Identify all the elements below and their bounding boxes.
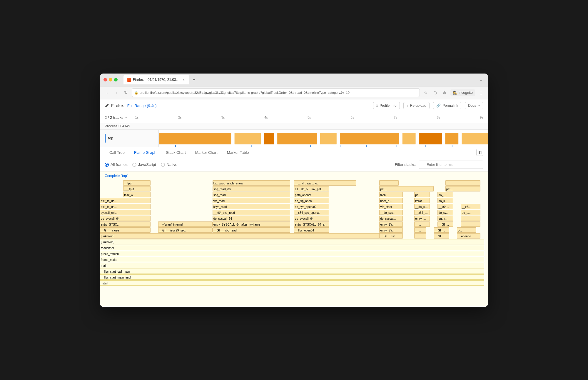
flame-bar[interactable] (461, 216, 480, 221)
forward-button[interactable]: › (113, 89, 120, 96)
flame-bar[interactable]: __do_sys... (414, 204, 430, 209)
flame-bar[interactable]: __GI_... (434, 227, 449, 233)
flame-bar[interactable]: iterat... (414, 198, 430, 203)
flame-bar[interactable]: do_syscall_64 (294, 216, 329, 221)
flame-bar[interactable]: __x64_sy... (414, 210, 430, 215)
flame-bar[interactable]: __... (414, 233, 426, 239)
flame-bar[interactable]: main (100, 263, 484, 268)
flame-bar[interactable]: [unknown] (100, 239, 484, 244)
docs-button[interactable]: Docs ↗ (465, 102, 483, 109)
flame-bar[interactable]: __... (414, 227, 426, 233)
tab-flame-graph[interactable]: Flame Graph (129, 147, 161, 158)
back-button[interactable]: ‹ (103, 89, 111, 96)
flame-canvas[interactable]: __fput kv... proc_single_snow __... vf..… (100, 180, 488, 307)
flame-bar[interactable]: do_s... (437, 198, 453, 203)
flame-section-title[interactable]: Complete "top" (100, 171, 488, 180)
flame-bar[interactable]: __libc_start_main_impl (100, 274, 484, 280)
flame-bar[interactable]: user_p... (379, 198, 402, 203)
flame-bar[interactable] (379, 180, 399, 186)
reupload-button[interactable]: ↑ Re-upload (403, 102, 430, 109)
bookmark-button[interactable]: ☆ (422, 89, 429, 96)
flame-bar[interactable]: do_syscall_64 (213, 216, 290, 221)
flame-bar[interactable]: entry_SYSCALL_64_after_hwframe (294, 221, 329, 227)
tab-marker-table[interactable]: Marker Table (222, 147, 254, 158)
profile-info-button[interactable]: ℹ Profile Info (373, 102, 400, 109)
flame-bar[interactable]: __do_sys... (379, 210, 402, 215)
flame-bar[interactable]: entry_SYSCALL_64_after_hwframe (213, 221, 290, 227)
flame-bar[interactable]: path_openat (294, 192, 329, 197)
flame-bar[interactable]: ___fput (123, 186, 150, 191)
flame-bar[interactable] (445, 180, 480, 186)
minimize-button[interactable] (109, 78, 112, 81)
track-content[interactable] (159, 130, 488, 147)
flame-bar[interactable]: o... (457, 227, 476, 233)
tab-marker-chart[interactable]: Marker Chart (191, 147, 222, 158)
flame-bar[interactable]: vfs_statx (379, 204, 402, 209)
flame-bar[interactable]: __GI___close (100, 227, 151, 233)
flame-bar[interactable]: __GI_... (437, 221, 453, 227)
flame-bar[interactable]: exit_to_us... (100, 198, 151, 203)
flame-bar[interactable]: seq_read (213, 192, 290, 197)
flame-bar[interactable]: __libc_open64 (294, 227, 329, 233)
sidebar-toggle[interactable]: ◧ (476, 149, 483, 156)
flame-bar[interactable]: __libc_start_call_main (100, 269, 484, 274)
tab-call-tree[interactable]: Call Tree (105, 147, 129, 158)
tab-stack-chart[interactable]: Stack Chart (161, 147, 191, 158)
flame-bar[interactable]: entry_SYSC... (100, 221, 151, 227)
flame-bar[interactable]: pat... (445, 186, 480, 191)
tab-overflow-button[interactable]: ⌄ (477, 76, 485, 83)
flame-bar[interactable]: __x64_sys_read (213, 210, 290, 215)
flame-bar[interactable]: do_sys_openat2 (294, 204, 329, 209)
flame-bar[interactable]: do_syscall_64 (100, 216, 151, 221)
flame-bar[interactable]: ksys_read (213, 204, 290, 209)
close-button[interactable] (103, 78, 107, 81)
flame-bar[interactable]: do_... (437, 192, 453, 197)
radio-native[interactable]: Native (161, 162, 178, 167)
flame-bar[interactable]: pat... (379, 186, 434, 191)
zoom-button[interactable]: ⊕ (441, 89, 448, 96)
radio-all-frames[interactable]: All frames (105, 162, 128, 167)
flame-bar[interactable]: __vfscanf_internal (158, 221, 213, 227)
flame-bar[interactable]: seq_read_iter (213, 186, 290, 191)
flame-bar[interactable]: pr... (414, 192, 430, 197)
flame-bar[interactable]: __GI___isoc99_ssc... (158, 227, 213, 233)
flame-bar[interactable]: procs_refresh (100, 251, 484, 256)
permalink-button[interactable]: 🔗 Permalink (433, 102, 461, 109)
tab-close-button[interactable]: × (182, 78, 186, 82)
new-tab-button[interactable]: + (191, 76, 198, 83)
flame-bar[interactable]: entry_SY... (379, 227, 402, 233)
flame-bar[interactable]: do_sy... (437, 210, 453, 215)
tracks-dropdown[interactable]: 2 / 2 tracks ▾ (105, 115, 127, 120)
flame-bar[interactable]: __fput (123, 180, 150, 186)
flame-bar[interactable]: do_s... (461, 210, 480, 215)
flame-bar[interactable]: entry_... (414, 216, 430, 221)
flame-bar[interactable]: frame_make (100, 257, 484, 262)
flame-bar[interactable]: do_syscal... (379, 216, 402, 221)
flame-bar[interactable]: __x6... (461, 204, 480, 209)
flame-bar[interactable]: __GI_... (434, 233, 449, 239)
flame-bar[interactable]: do_filp_open (294, 198, 329, 203)
flame-bar[interactable]: readeither (100, 245, 484, 250)
range-label[interactable]: Full Range (9.4s) (127, 104, 157, 108)
flame-bar[interactable]: task_w... (123, 192, 150, 197)
flame-bar[interactable]: __x64_sys_openat (294, 210, 329, 215)
flame-bar[interactable]: kv... proc_single_snow (213, 180, 290, 186)
flame-bar[interactable]: entry_SY... (379, 221, 402, 227)
url-bar[interactable]: 🔒 profiler.firefox.com/public/zkxsyvepdr… (132, 88, 420, 97)
filter-input[interactable] (419, 161, 483, 169)
flame-bar[interactable] (461, 221, 480, 227)
radio-javascript[interactable]: JavaScript (132, 162, 156, 167)
flame-bar[interactable]: __... (414, 221, 430, 227)
maximize-button[interactable] (114, 78, 118, 81)
flame-bar[interactable]: __GI___fst... (379, 233, 402, 239)
browser-menu-button[interactable]: ⋮ (477, 89, 485, 96)
flame-bar[interactable]: filen... (379, 192, 402, 197)
flame-bar[interactable]: entry... (437, 216, 453, 221)
flame-bar[interactable]: __... vf... wal... lo... (294, 180, 356, 186)
flame-bar[interactable]: vfs_read (213, 198, 290, 203)
flame-bar[interactable]: exit_to_us... (100, 204, 151, 209)
refresh-button[interactable]: ↻ (122, 89, 129, 96)
flame-bar[interactable]: _start (100, 280, 484, 286)
flame-bar[interactable]: syscall_exi... (100, 210, 151, 215)
flame-bar[interactable]: all... do_o... link_pat... o... (294, 186, 329, 191)
